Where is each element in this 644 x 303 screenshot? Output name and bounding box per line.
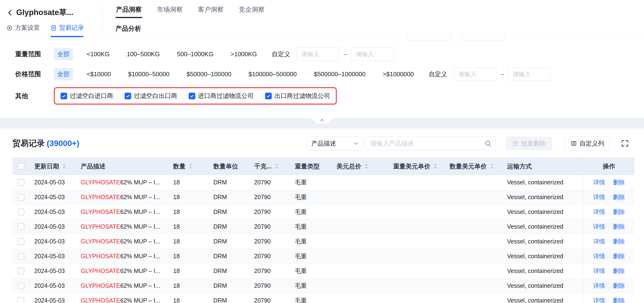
select-all-checkbox[interactable] — [18, 163, 24, 170]
tab-product-analysis[interactable]: 产品分析 — [116, 25, 141, 32]
delete-link[interactable]: 删除 — [613, 178, 625, 186]
row-checkbox[interactable] — [18, 238, 24, 245]
clipped-input-right[interactable] — [462, 32, 506, 40]
delete-link[interactable]: 删除 — [613, 208, 625, 216]
row-checkbox[interactable] — [18, 282, 24, 289]
product-keyword-highlight: GLYPHOSATE — [81, 208, 120, 215]
detail-link[interactable]: 详情 — [593, 193, 605, 201]
filter-option[interactable]: 全部 — [54, 68, 73, 80]
search-field-select[interactable]: 产品描述 — [306, 136, 363, 150]
detail-link[interactable]: 详情 — [593, 252, 605, 260]
filter-option-label: $10000–50000 — [128, 70, 170, 78]
main-nav-tab[interactable]: 产品洞察 — [116, 0, 142, 18]
detail-link[interactable]: 详情 — [593, 296, 605, 303]
filter-checkbox-item[interactable]: 出口商过滤物流公司 — [265, 92, 330, 100]
checkbox-checked-icon — [60, 93, 67, 99]
filter-option-label: 100–500KG — [127, 50, 160, 58]
filter-checkbox-item[interactable]: 过滤空白进口商 — [60, 92, 113, 100]
row-checkbox[interactable] — [18, 268, 24, 274]
detail-link[interactable]: 详情 — [593, 208, 605, 216]
filter-option[interactable]: <100KG — [83, 48, 113, 60]
filter-option[interactable]: $50000–100000 — [183, 68, 234, 80]
filter-option[interactable]: 全部 — [54, 48, 73, 60]
price-min-input[interactable] — [454, 68, 496, 81]
main-nav-tab[interactable]: 市场洞察 — [156, 0, 183, 18]
main-nav-tab[interactable]: 竞企洞察 — [238, 0, 265, 18]
column-header[interactable]: 数量美元单价 — [445, 158, 502, 175]
delete-link[interactable]: 删除 — [613, 193, 625, 201]
weight-min-input[interactable] — [297, 48, 340, 61]
cell-update-date: 2024-05-03 — [30, 190, 76, 204]
detail-link[interactable]: 详情 — [593, 178, 605, 186]
delete-link[interactable]: 删除 — [613, 296, 625, 303]
column-header[interactable]: 运输方式 — [502, 158, 583, 175]
row-checkbox[interactable] — [18, 209, 24, 215]
delete-link[interactable]: 删除 — [613, 267, 625, 275]
fullscreen-icon[interactable] — [621, 139, 629, 148]
delete-link[interactable]: 删除 — [613, 282, 625, 290]
filter-option[interactable]: 500–1000KG — [174, 48, 217, 60]
weight-max-input[interactable] — [351, 48, 394, 61]
detail-link[interactable]: 详情 — [593, 238, 605, 245]
filter-option[interactable]: $100000–500000 — [245, 68, 300, 80]
cell-quantity-unit: DRM — [209, 293, 249, 303]
detail-link[interactable]: 详情 — [593, 267, 605, 275]
filter-option[interactable]: 100–500KG — [123, 48, 163, 60]
column-header[interactable]: 千克... — [249, 158, 290, 175]
column-header[interactable]: 美元总价 — [332, 158, 388, 175]
subnav-item-trade-records[interactable]: 贸易记录 — [50, 24, 84, 32]
cell-product-description: GLYPHOSATE 62% MUP – I... — [76, 204, 168, 219]
column-header[interactable]: 数量 — [168, 158, 209, 175]
delete-link[interactable]: 删除 — [613, 252, 625, 260]
back-chevron-icon[interactable] — [6, 8, 14, 17]
cell-quantity: 18 — [168, 190, 209, 204]
filter-option[interactable]: >1000KG — [227, 48, 260, 60]
header-checkbox-cell — [12, 158, 30, 175]
cell-quantity: 18 — [168, 293, 209, 303]
cell-product-description: GLYPHOSATE 62% MUP – I... — [76, 293, 168, 303]
row-checkbox[interactable] — [18, 253, 24, 260]
clipped-input-left[interactable] — [406, 32, 451, 40]
batch-delete-button[interactable]: 批量删除 — [506, 136, 552, 150]
delete-link[interactable]: 删除 — [613, 223, 625, 230]
delete-link[interactable]: 删除 — [613, 238, 625, 245]
row-checkbox[interactable] — [18, 179, 24, 186]
sort-icon[interactable] — [364, 163, 369, 170]
checkbox-checked-icon — [265, 93, 272, 99]
back-title-row: Glyphosate草... — [6, 7, 95, 18]
sort-icon[interactable] — [62, 163, 66, 170]
range-dash: – — [500, 70, 504, 78]
row-checkbox[interactable] — [18, 224, 24, 230]
collapse-filters-handle[interactable] — [310, 118, 334, 124]
custom-columns-button[interactable]: 自定义列 — [564, 136, 610, 150]
price-max-input[interactable] — [508, 68, 551, 81]
filter-option[interactable]: $10000–50000 — [125, 68, 173, 80]
main-nav-tab[interactable]: 客户洞察 — [198, 0, 224, 18]
sort-icon[interactable] — [274, 163, 279, 170]
filter-option[interactable]: >$1000000 — [380, 68, 417, 80]
row-checkbox[interactable] — [18, 297, 24, 303]
column-header[interactable]: 数量单位 — [209, 158, 249, 175]
filter-option[interactable]: $500000–1000000 — [310, 68, 369, 80]
row-checkbox[interactable] — [18, 194, 24, 200]
sort-icon[interactable] — [433, 163, 438, 170]
sort-icon[interactable] — [188, 163, 193, 170]
cell-weight-type: 毛重 — [290, 234, 332, 249]
action-separator — [609, 254, 609, 259]
filter-row-weight-range: 重量范围 全部 <100KG 100–500KG 500–1000KG >100… — [15, 47, 629, 61]
column-header[interactable]: 更新日期 — [30, 158, 76, 175]
detail-link[interactable]: 详情 — [593, 223, 605, 230]
subnav-item-plan-settings[interactable]: 方案设置 — [6, 24, 40, 32]
search-icon[interactable] — [484, 140, 492, 147]
detail-link[interactable]: 详情 — [593, 282, 605, 290]
filter-option[interactable]: <$10000 — [83, 68, 114, 80]
sort-icon[interactable] — [490, 163, 494, 170]
column-header[interactable]: 产品描述 — [76, 158, 168, 175]
column-header[interactable]: 操作 — [583, 158, 634, 175]
row-checkbox-cell — [12, 234, 30, 249]
filter-checkbox-item[interactable]: 进口商过滤物流公司 — [189, 92, 254, 100]
column-header[interactable]: 重量美元单价 — [388, 158, 445, 175]
filter-checkbox-item[interactable]: 过滤空白出口商 — [124, 92, 177, 100]
search-input[interactable] — [370, 140, 484, 147]
column-header[interactable]: 重量类型 — [290, 158, 332, 175]
